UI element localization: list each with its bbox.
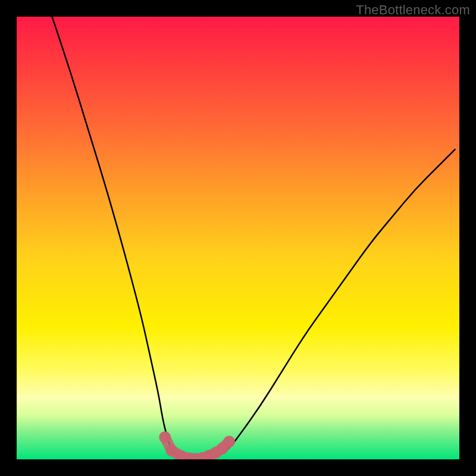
chart-frame: TheBottleneck.com: [0, 0, 476, 476]
bottleneck-curve-path: [52, 17, 455, 459]
marker-dot: [159, 431, 171, 443]
bottleneck-curve: [52, 17, 455, 459]
plot-area: [17, 17, 459, 459]
curve-layer: [17, 17, 459, 459]
bottom-markers: [159, 431, 235, 459]
marker-dot: [223, 436, 235, 447]
watermark-text: TheBottleneck.com: [356, 2, 470, 18]
